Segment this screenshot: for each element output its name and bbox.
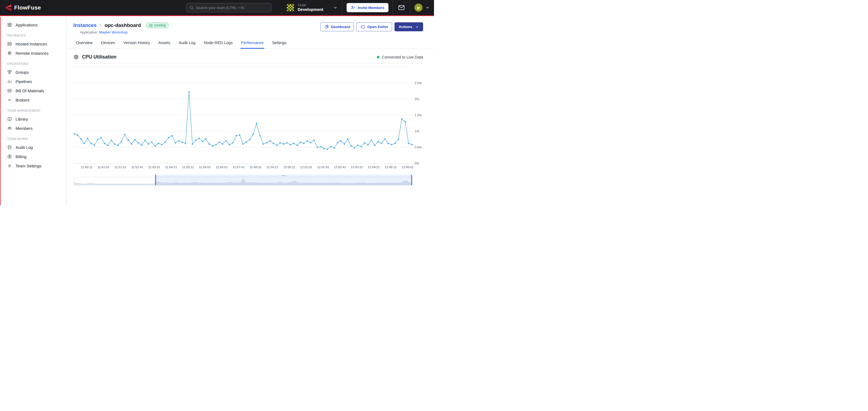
- sidebar-section-instances: INSTANCES: [0, 34, 66, 37]
- top-navbar: FlowFuse: [0, 0, 434, 16]
- sidebar-item-audit-log[interactable]: Audit Log: [0, 143, 66, 152]
- tab-version-history[interactable]: Version History: [123, 38, 151, 49]
- audit-log-icon: [7, 145, 12, 150]
- user-menu[interactable]: jp: [410, 0, 434, 15]
- library-icon: [7, 116, 12, 122]
- sidebar-item-label: Audit Log: [16, 145, 33, 150]
- groups-icon: [7, 70, 12, 75]
- svg-text:11:54:21: 11:54:21: [165, 166, 177, 169]
- sidebar-item-label: Brokers: [16, 98, 30, 102]
- dashboard-button[interactable]: Dashboard: [320, 22, 354, 31]
- svg-text:12:00:11: 12:00:11: [283, 166, 295, 169]
- sidebar-item-groups[interactable]: Groups: [0, 68, 66, 77]
- mail-icon: [398, 5, 405, 10]
- sidebar-item-pipelines[interactable]: Pipelines: [0, 77, 66, 86]
- sidebar-item-remote-instances[interactable]: Remote Instances: [0, 48, 66, 58]
- svg-text:11:52:41: 11:52:41: [131, 166, 143, 169]
- svg-text:12:04:21: 12:04:21: [368, 166, 380, 169]
- svg-text:11:51:51: 11:51:51: [115, 166, 126, 169]
- application-link[interactable]: Mayker Workshop: [99, 30, 128, 34]
- team-meta: TEAM: Development: [298, 4, 323, 12]
- tab-audit-log[interactable]: Audit Log: [178, 38, 196, 49]
- svg-text:12:03:31: 12:03:31: [351, 166, 363, 169]
- svg-text:0%: 0%: [415, 162, 419, 165]
- svg-text:12:06:01: 12:06:01: [401, 166, 413, 169]
- zoom-grip-icon[interactable]: [282, 175, 285, 176]
- zoom-selection-window[interactable]: [156, 175, 412, 185]
- members-icon: [7, 126, 12, 131]
- invite-members-label: Invite Members: [358, 6, 384, 10]
- chart-zoom-navigator[interactable]: [74, 177, 412, 185]
- sidebar-section-team-admin: TEAM ADMIN: [0, 137, 66, 140]
- sidebar-item-label: Applications: [16, 23, 38, 27]
- sidebar-item-brokers[interactable]: Brokers: [0, 95, 66, 105]
- svg-text:0.5%: 0.5%: [415, 146, 422, 149]
- section-title: CPU Utilisation: [82, 54, 116, 60]
- live-data-status: Connected to Live Data: [377, 55, 423, 59]
- tab-settings[interactable]: Settings: [272, 38, 287, 49]
- page-title: opc-dashboard: [104, 22, 141, 28]
- team-label: TEAM:: [298, 4, 323, 7]
- team-settings-icon: [7, 163, 12, 168]
- invite-members-button[interactable]: Invite Members: [346, 3, 389, 12]
- svg-text:12:01:51: 12:01:51: [317, 166, 329, 169]
- tab-devices[interactable]: Devices: [100, 38, 116, 49]
- sidebar-item-label: Library: [16, 117, 28, 122]
- sidebar-item-hosted-instances[interactable]: Hosted Instances: [0, 39, 66, 48]
- actions-button[interactable]: Actions: [395, 22, 423, 31]
- brokers-icon: [7, 97, 12, 102]
- tab-overview[interactable]: Overview: [75, 38, 93, 49]
- tab-performance[interactable]: Performance: [241, 38, 264, 49]
- team-avatar: [286, 3, 295, 12]
- svg-text:11:53:31: 11:53:31: [148, 166, 160, 169]
- sidebar-item-label: Members: [16, 126, 33, 131]
- svg-text:11:56:01: 11:56:01: [199, 166, 211, 169]
- hosted-instances-icon: [7, 41, 12, 46]
- remote-instances-icon: [7, 50, 12, 56]
- chevron-down-icon: [425, 5, 430, 10]
- node-editor-icon: [360, 25, 365, 29]
- svg-text:11:50:11: 11:50:11: [81, 166, 92, 169]
- svg-text:11:56:51: 11:56:51: [216, 166, 228, 169]
- instance-tabs: Overview Devices Version History Assets …: [67, 38, 434, 49]
- sidebar-item-label: Groups: [16, 70, 29, 75]
- flowfuse-logo[interactable]: FlowFuse: [4, 4, 41, 11]
- chevron-down-icon: [415, 25, 419, 29]
- sidebar-item-label: Pipelines: [16, 79, 32, 84]
- tab-assets[interactable]: Assets: [158, 38, 171, 49]
- sidebar-item-bill-of-materials[interactable]: Bill Of Materials: [0, 86, 66, 95]
- sidebar-item-label: Team Settings: [16, 164, 41, 168]
- breadcrumb: Instances > opc-dashboard running: [73, 22, 169, 28]
- status-badge: running: [146, 22, 169, 28]
- bill-of-materials-icon: [7, 88, 12, 93]
- sidebar-section-team-management: TEAM MANAGEMENT: [0, 109, 66, 112]
- svg-text:1.5%: 1.5%: [415, 113, 422, 117]
- breadcrumb-instances-link[interactable]: Instances: [73, 22, 96, 28]
- sidebar-item-team-settings[interactable]: Team Settings: [0, 161, 66, 170]
- team-selector[interactable]: TEAM: Development: [282, 0, 342, 15]
- flowfuse-mark-icon: [4, 4, 12, 11]
- user-avatar: jp: [414, 4, 423, 12]
- zoom-handle-right[interactable]: [411, 175, 412, 185]
- header-buttons: Dashboard Open Editor Actions: [320, 22, 423, 31]
- search-input[interactable]: [196, 6, 268, 10]
- sidebar-item-applications[interactable]: Applications: [0, 20, 66, 29]
- svg-text:11:59:21: 11:59:21: [267, 166, 278, 169]
- sidebar-item-members[interactable]: Members: [0, 124, 66, 133]
- sidebar-item-library[interactable]: Library: [0, 114, 66, 124]
- brand-name: FlowFuse: [14, 4, 41, 11]
- team-search[interactable]: [186, 3, 271, 12]
- chevron-down-icon: [333, 5, 338, 10]
- search-icon: [189, 5, 194, 10]
- open-editor-button[interactable]: Open Editor: [356, 22, 392, 31]
- flowfuse-app: FlowFuse: [0, 0, 434, 205]
- tab-node-red-logs[interactable]: Node-RED Logs: [203, 38, 233, 49]
- sidebar-item-billing[interactable]: Billing: [0, 152, 66, 161]
- cpu-line-chart: 0%0.5%1%1.5%2%2.5%11:50:1111:51:0111:51:…: [73, 65, 423, 170]
- svg-text:11:58:31: 11:58:31: [250, 166, 261, 169]
- billing-icon: [7, 154, 12, 159]
- zoom-handle-left[interactable]: [155, 175, 156, 185]
- notifications-button[interactable]: [393, 0, 410, 15]
- applications-icon: [7, 22, 12, 27]
- svg-text:11:51:01: 11:51:01: [97, 166, 110, 169]
